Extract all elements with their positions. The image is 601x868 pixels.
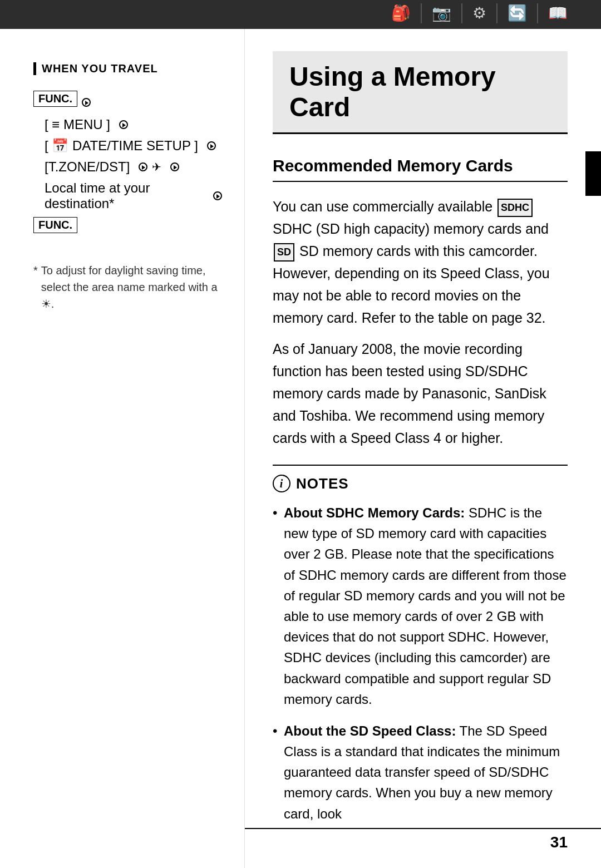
arrow-circle-3 — [207, 141, 216, 150]
menu-line-tzone: [T.ZONE/DST] ✈ — [45, 159, 222, 175]
arrow-circle-6 — [213, 191, 222, 200]
note-item-sdhc: About SDHC Memory Cards: SDHC is the new… — [273, 502, 568, 709]
bag-icon: 🎒 — [391, 6, 411, 21]
notes-label: NOTES — [296, 475, 349, 492]
footnote-asterisk: * — [33, 262, 38, 312]
note-sdhc-text: SDHC is the new type of SD memory card w… — [284, 505, 566, 707]
sdhc-icon: SDHC — [497, 199, 533, 217]
chapter-tab — [585, 151, 601, 196]
left-column: When You Travel FUNC. [ ≡ MENU ] [ 📅 DAT… — [0, 29, 245, 868]
menu-icon: [ ≡ MENU ] — [45, 117, 110, 132]
menu-line-datetime: [ 📅 DATE/TIME SETUP ] — [45, 138, 222, 154]
icon-separator-4 — [537, 3, 538, 23]
info-icon: i — [273, 475, 290, 492]
refresh-icon: 🔄 — [508, 6, 527, 21]
icon-separator-3 — [496, 3, 497, 23]
local-time-line: Local time at your destination* — [45, 180, 222, 211]
right-column: Using a Memory Card Recommended Memory C… — [245, 29, 601, 868]
func-button[interactable]: FUNC. — [33, 91, 77, 107]
tzone-label: [T.ZONE/DST] — [45, 159, 130, 175]
notes-section: i NOTES About SDHC Memory Cards: SDHC is… — [273, 465, 568, 824]
note-sdspeed-bold: About the SD Speed Class: — [284, 723, 456, 738]
camera-icon: 📷 — [432, 6, 451, 21]
book-icon: 📖 — [548, 6, 568, 21]
arrow-circle-5 — [170, 162, 179, 171]
note-item-sdspeed: About the SD Speed Class: The SD Speed C… — [273, 721, 568, 824]
page-title-box: Using a Memory Card — [273, 51, 568, 134]
menu-line-menu: [ ≡ MENU ] — [45, 117, 222, 132]
arrow-circle-2 — [119, 120, 128, 129]
body-paragraph-2: As of January 2008, the movie recording … — [273, 338, 568, 449]
bottom-divider — [245, 828, 601, 829]
arrow-circle-1 — [82, 98, 91, 107]
page-title: Using a Memory Card — [289, 61, 551, 122]
notes-header: i NOTES — [273, 475, 568, 492]
local-time-label: Local time at your destination* — [45, 180, 204, 211]
icon-separator-2 — [461, 3, 462, 23]
top-bar: 🎒 📷 ⚙ 🔄 📖 — [0, 0, 601, 29]
datetime-icon: [ 📅 DATE/TIME SETUP ] — [45, 138, 198, 154]
func-button-row-2: FUNC. — [33, 217, 222, 240]
body-paragraph-1: You can use commercially available SDHC … — [273, 195, 568, 329]
footnote-section: * To adjust for daylight saving time, se… — [33, 262, 222, 312]
footnote-text: * To adjust for daylight saving time, se… — [33, 262, 222, 312]
sd-icon: SD — [274, 243, 294, 262]
page-number: 31 — [550, 834, 568, 851]
note-sdhc-bold: About SDHC Memory Cards: — [284, 505, 465, 520]
airplane-icon: ✈ — [152, 160, 161, 174]
func-button-2[interactable]: FUNC. — [33, 217, 77, 233]
arrow-circle-4 — [139, 162, 147, 171]
func-button-row: FUNC. — [33, 91, 222, 114]
recommended-cards-header: Recommended Memory Cards — [273, 156, 568, 182]
settings-icon: ⚙ — [472, 6, 486, 21]
footnote-body: To adjust for daylight saving time, sele… — [41, 262, 222, 312]
top-icon-group: 🎒 📷 ⚙ 🔄 📖 — [391, 3, 568, 23]
icon-separator-1 — [421, 3, 422, 23]
main-content: When You Travel FUNC. [ ≡ MENU ] [ 📅 DAT… — [0, 29, 601, 868]
section-when-you-travel: When You Travel — [33, 62, 222, 75]
